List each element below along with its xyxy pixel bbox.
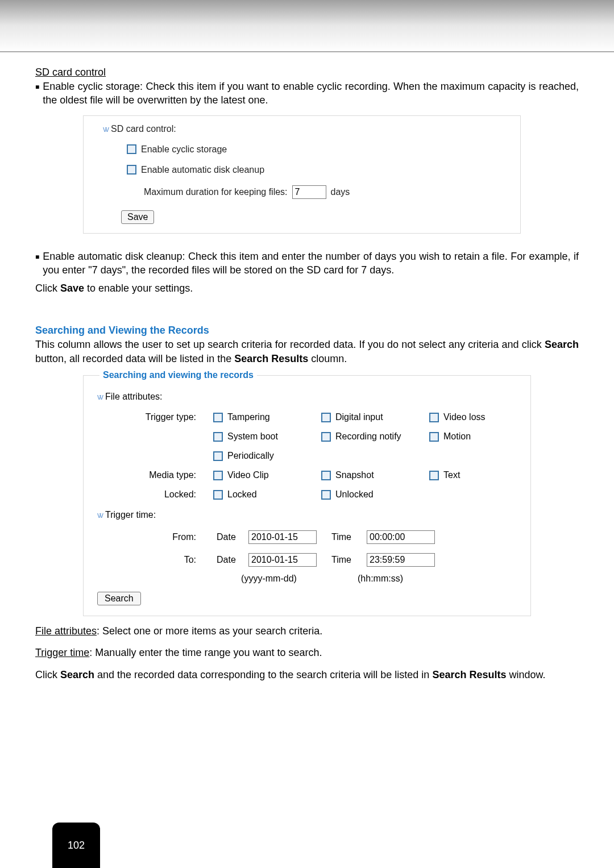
text-fragment: window. <box>506 669 545 680</box>
file-attributes-desc: File attributes: Select one or more item… <box>35 624 579 638</box>
trigger-type-label: Trigger type: <box>99 412 213 422</box>
max-duration-input[interactable] <box>292 185 326 199</box>
chevron-down-icon[interactable]: vv <box>97 392 102 401</box>
from-time-input[interactable] <box>367 530 435 544</box>
text-cb-label: Text <box>443 470 460 480</box>
trigger-time-underline: Trigger time <box>35 647 89 658</box>
text-fragment: : Select one or more items as your searc… <box>97 625 322 637</box>
unlocked-checkbox[interactable] <box>321 490 331 500</box>
search-results-emphasis: Search Results <box>234 353 308 364</box>
to-label: To: <box>99 555 213 565</box>
periodically-checkbox[interactable] <box>213 451 223 461</box>
date-label-to: Date <box>217 555 245 565</box>
file-attributes-header: File attributes: <box>105 392 162 402</box>
bullet-icon: ■ <box>35 80 39 112</box>
to-time-input[interactable] <box>367 553 435 567</box>
snapshot-label: Snapshot <box>335 470 374 480</box>
max-duration-label: Maximum duration for keeping files: <box>144 187 288 197</box>
sd-bullet-1: Enable cyclic storage: Check this item i… <box>43 80 579 107</box>
text-fragment: button, all recorded data will be listed… <box>35 353 234 364</box>
text-fragment: Click <box>35 669 60 680</box>
trigger-time-header: Trigger time: <box>105 510 156 520</box>
snapshot-checkbox[interactable] <box>321 471 331 480</box>
periodically-label: Periodically <box>227 451 274 461</box>
sd-card-control-panel: vv SD card control: Enable cyclic storag… <box>83 115 521 234</box>
media-type-label: Media type: <box>99 470 213 480</box>
search-panel: Searching and viewing the records vv Fil… <box>83 370 531 616</box>
max-duration-unit: days <box>331 187 350 197</box>
file-attributes-underline: File attributes <box>35 625 97 637</box>
locked-cb-label: Locked <box>227 489 257 500</box>
enable-auto-cleanup-checkbox[interactable] <box>127 165 136 175</box>
searching-intro: This column allows the user to set up se… <box>35 338 579 366</box>
sd-panel-title: SD card control: <box>111 124 176 134</box>
motion-checkbox[interactable] <box>429 432 439 442</box>
locked-label: Locked: <box>99 489 213 500</box>
digital-input-checkbox[interactable] <box>321 413 331 422</box>
time-format-hint: (hh:mm:ss) <box>325 574 436 584</box>
time-label-from: Time <box>331 532 363 542</box>
date-format-hint: (yyyy-mm-dd) <box>213 574 325 584</box>
text-checkbox[interactable] <box>429 471 439 480</box>
search-button[interactable]: Search <box>97 592 141 605</box>
search-panel-legend: Searching and viewing the records <box>99 370 257 380</box>
search-results-emphasis: Search Results <box>432 669 506 680</box>
video-loss-label: Video loss <box>443 412 486 422</box>
bullet-icon: ■ <box>35 250 39 282</box>
search-emphasis: Search <box>60 669 94 680</box>
from-date-input[interactable] <box>248 530 317 544</box>
chevron-down-icon[interactable]: vv <box>97 510 102 520</box>
enable-cyclic-storage-checkbox[interactable] <box>127 144 136 154</box>
text-fragment: cloumn. <box>308 353 347 364</box>
to-date-input[interactable] <box>248 553 317 567</box>
motion-label: Motion <box>443 431 471 442</box>
text-fragment: to enable your settings. <box>84 283 193 294</box>
digital-input-label: Digital input <box>335 412 383 422</box>
click-search-desc: Click Search and the recorded data corre… <box>35 668 579 682</box>
sd-card-control-heading: SD card control <box>35 67 579 78</box>
search-emphasis: Search <box>545 339 579 350</box>
tampering-checkbox[interactable] <box>213 413 223 422</box>
locked-checkbox[interactable] <box>213 490 223 500</box>
date-label-from: Date <box>217 532 245 542</box>
text-fragment: : Manually enter the time range you want… <box>89 647 322 658</box>
system-boot-checkbox[interactable] <box>213 432 223 442</box>
chevron-down-icon[interactable]: vv <box>103 124 107 134</box>
sd-bullet-2: Enable automatic disk cleanup: Check thi… <box>43 250 579 277</box>
page-number: 102 <box>68 840 85 852</box>
from-label: From: <box>99 532 213 542</box>
trigger-time-desc: Trigger time: Manually enter the time ra… <box>35 646 579 659</box>
text-fragment: and the recorded data corresponding to t… <box>94 669 432 680</box>
click-save-line: Click Save to enable your settings. <box>35 281 579 295</box>
enable-auto-cleanup-label: Enable automatic disk cleanup <box>141 165 264 175</box>
recording-notify-label: Recording notify <box>335 431 401 442</box>
text-fragment: Click <box>35 283 60 294</box>
page-number-tab: 102 <box>52 823 100 868</box>
save-button[interactable]: Save <box>121 210 154 224</box>
video-clip-label: Video Clip <box>227 470 269 480</box>
enable-cyclic-storage-label: Enable cyclic storage <box>141 144 227 155</box>
system-boot-label: System boot <box>227 431 278 442</box>
text-fragment: This column allows the user to set up se… <box>35 339 545 350</box>
recording-notify-checkbox[interactable] <box>321 432 331 442</box>
save-emphasis: Save <box>60 283 84 294</box>
video-clip-checkbox[interactable] <box>213 471 223 480</box>
tampering-label: Tampering <box>227 412 270 422</box>
time-label-to: Time <box>331 555 363 565</box>
page-header-gradient <box>0 0 614 52</box>
unlocked-cb-label: Unlocked <box>335 489 374 500</box>
video-loss-checkbox[interactable] <box>429 413 439 422</box>
searching-heading: Searching and Viewing the Records <box>35 325 579 337</box>
